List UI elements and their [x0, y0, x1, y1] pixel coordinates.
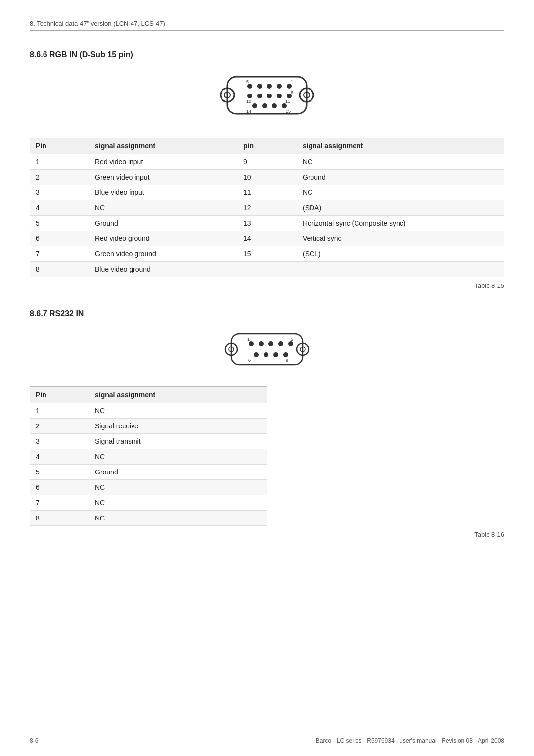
- svg-text:1: 1: [247, 337, 250, 342]
- table-row: (SCL): [297, 246, 504, 262]
- svg-point-34: [278, 341, 283, 346]
- svg-point-16: [262, 103, 267, 108]
- svg-point-33: [268, 341, 273, 346]
- table-row: 15: [237, 246, 297, 262]
- table-row: NC: [89, 200, 237, 216]
- table-row: 6: [30, 480, 89, 495]
- svg-point-37: [264, 352, 268, 357]
- svg-point-8: [277, 84, 282, 89]
- table-row: 4: [30, 200, 89, 216]
- svg-text:6: 6: [291, 90, 293, 95]
- table-row: Vertical sync: [297, 231, 504, 246]
- svg-point-18: [282, 103, 287, 108]
- svg-point-5: [247, 84, 252, 89]
- table-row: [297, 262, 504, 277]
- table-row: 12: [237, 200, 297, 216]
- svg-point-17: [272, 103, 277, 108]
- svg-point-15: [252, 103, 257, 108]
- svg-point-31: [249, 341, 254, 346]
- section1-title: 8.6.6 RGB IN (D-Sub 15 pin): [30, 50, 504, 59]
- table-row: 9: [237, 154, 297, 170]
- svg-point-7: [267, 84, 272, 89]
- col-pin-right: pin: [237, 138, 297, 154]
- section2-title: 8.6.7 RS232 IN: [30, 309, 504, 318]
- svg-text:5: 5: [246, 79, 249, 84]
- table-row: NC: [297, 185, 504, 200]
- table-row: 1: [30, 154, 89, 170]
- table-row: Red video input: [89, 154, 237, 170]
- svg-point-12: [267, 94, 272, 98]
- table-row: 10: [237, 170, 297, 185]
- table-row: 11: [237, 185, 297, 200]
- table-row: Red video ground: [89, 231, 237, 246]
- svg-text:10: 10: [246, 99, 251, 104]
- table-row: Horizontal sync (Composite sync): [297, 216, 504, 231]
- col2-signal: signal assignment: [89, 387, 267, 403]
- col-signal-right: signal assignment: [297, 138, 504, 154]
- section1-table: Pin signal assignment pin signal assignm…: [30, 138, 504, 277]
- table-row: 13: [237, 216, 297, 231]
- table-row: Signal transmit: [89, 434, 267, 449]
- svg-text:1: 1: [291, 79, 293, 84]
- svg-point-39: [283, 352, 288, 357]
- table-row: Ground: [89, 465, 267, 480]
- svg-point-9: [287, 84, 292, 89]
- svg-text:14: 14: [246, 109, 251, 114]
- table-row: 2: [30, 419, 89, 434]
- dsub15-diagram: 1 5 6 11 10 15 14: [30, 69, 504, 124]
- table-row: 3: [30, 434, 89, 449]
- svg-point-6: [257, 84, 262, 89]
- table-row: NC: [89, 480, 267, 495]
- table-row: Blue video ground: [89, 262, 237, 277]
- table-row: 2: [30, 170, 89, 185]
- col-pin-left: Pin: [30, 138, 89, 154]
- rs232-diagram: 1 5 6 9: [30, 328, 504, 373]
- header-text: 8. Technical data 47" version (LCN-47, L…: [30, 20, 165, 27]
- svg-text:9: 9: [286, 358, 288, 363]
- table-row: 6: [30, 231, 89, 246]
- section2-table: Pin signal assignment 1NC2Signal receive…: [30, 386, 504, 526]
- svg-text:11: 11: [285, 99, 290, 104]
- svg-point-10: [247, 94, 252, 98]
- svg-point-38: [273, 352, 278, 357]
- table-row: 7: [30, 246, 89, 262]
- table-row: 7: [30, 495, 89, 511]
- table-row: 8: [30, 511, 89, 526]
- page-header: 8. Technical data 47" version (LCN-47, L…: [30, 20, 504, 31]
- col2-pin: Pin: [30, 387, 89, 403]
- table-row: 5: [30, 465, 89, 480]
- table-row: [237, 262, 297, 277]
- col-signal-left: signal assignment: [89, 138, 237, 154]
- footer-page-number: 8-6: [30, 735, 59, 744]
- table-row: 8: [30, 262, 89, 277]
- svg-point-11: [257, 94, 262, 98]
- table-caption-2: Table 8-16: [30, 531, 504, 538]
- svg-point-36: [254, 352, 259, 357]
- table-row: 1: [30, 403, 89, 419]
- table-row: Blue video input: [89, 185, 237, 200]
- table-caption-1: Table 8-15: [30, 282, 504, 289]
- page-footer: 8-6 Barco - LC series - R5976934 - user'…: [0, 735, 534, 744]
- svg-point-35: [288, 341, 293, 346]
- table-row: 4: [30, 449, 89, 465]
- footer-info: Barco - LC series - R5976934 - user's ma…: [59, 735, 504, 744]
- svg-text:15: 15: [286, 109, 291, 114]
- table-row: 3: [30, 185, 89, 200]
- table-row: Green video input: [89, 170, 237, 185]
- table-row: Green video ground: [89, 246, 237, 262]
- table-row: NC: [297, 154, 504, 170]
- svg-point-13: [277, 94, 282, 98]
- svg-text:5: 5: [291, 337, 293, 342]
- table-row: NC: [89, 495, 267, 511]
- table-row: Ground: [297, 170, 504, 185]
- table-row: 5: [30, 216, 89, 231]
- table-row: Signal receive: [89, 419, 267, 434]
- table-row: NC: [89, 449, 267, 465]
- table-row: Ground: [89, 216, 237, 231]
- svg-point-32: [259, 341, 264, 346]
- svg-text:6: 6: [248, 358, 251, 363]
- table-row: NC: [89, 403, 267, 419]
- table-row: 14: [237, 231, 297, 246]
- svg-rect-0: [227, 77, 307, 114]
- table-row: (SDA): [297, 200, 504, 216]
